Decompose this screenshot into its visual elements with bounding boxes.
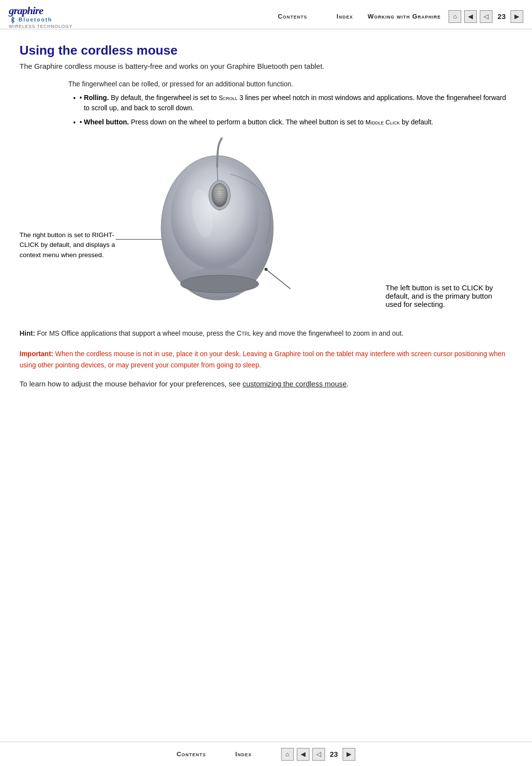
- footer-nav: Contents Index: [177, 750, 252, 758]
- bluetooth-icon: [9, 16, 17, 24]
- bullet-list: • Rolling. By default, the fingerwheel i…: [73, 93, 512, 128]
- learn-more-pre: To learn how to adjust the mouse behavio…: [20, 380, 243, 388]
- next-button[interactable]: ▶: [511, 10, 523, 23]
- footer: Contents Index ⌂ ◀ ◁ 23 ▶: [0, 742, 532, 766]
- nav-links: Contents Index: [278, 13, 353, 20]
- header-controls: Working with Graphire ⌂ ◀ ◁ 23 ▶: [368, 10, 523, 23]
- footer-prev-button[interactable]: ◀: [297, 748, 309, 761]
- page-subtitle: The Graphire cordless mouse is battery-f…: [20, 62, 512, 70]
- header-nav: Contents Index Working with Graphire ⌂ ◀…: [278, 10, 523, 23]
- list-item: • Wheel button. Press down on the wheel …: [73, 117, 512, 128]
- footer-next-button[interactable]: ▶: [343, 748, 355, 761]
- logo-sub: Bluetooth: [19, 17, 52, 22]
- working-title: Working with Graphire: [368, 13, 441, 20]
- wheel-text: Press down on the wheel to perform a but…: [131, 118, 433, 126]
- rolling-item: Rolling. By default, the fingerwheel is …: [84, 93, 512, 113]
- content-section: The fingerwheel can be rolled, or presse…: [68, 80, 512, 128]
- contents-link[interactable]: Contents: [278, 13, 307, 20]
- page-heading: Using the cordless mouse: [20, 43, 512, 58]
- footer-controls: ⌂ ◀ ◁ 23 ▶: [281, 748, 356, 761]
- rolling-text: By default, the fingerwheel is set to Sc…: [84, 94, 506, 112]
- hint-label: Hint:: [20, 329, 35, 337]
- mouse-label-right: The left button is set to CLICK by defau…: [386, 283, 503, 308]
- mouse-image: [117, 138, 298, 308]
- logo-tagline: WIRELESS TECHNOLOGY: [9, 24, 73, 29]
- footer-index-link[interactable]: Index: [235, 750, 252, 758]
- mouse-illustration-area: The right button is set to RIGHT-CLICK b…: [20, 138, 512, 313]
- learn-more-post: .: [347, 380, 348, 388]
- important-section: Important: When the cordless mouse is no…: [20, 348, 512, 370]
- logo-area: graphire Bluetooth WIRELESS TECHNOLOGY: [9, 4, 73, 29]
- learn-more: To learn how to adjust the mouse behavio…: [20, 378, 512, 390]
- svg-point-1: [171, 162, 259, 269]
- hint-text: For MS Office applications that support …: [35, 329, 404, 337]
- important-label: Important:: [20, 350, 53, 358]
- svg-point-12: [181, 275, 259, 293]
- prev-button[interactable]: ◀: [464, 10, 477, 23]
- learn-more-link[interactable]: customizing the cordless mouse: [243, 380, 347, 388]
- footer-home-button[interactable]: ⌂: [281, 748, 294, 761]
- wheel-item: Wheel button. Press down on the wheel to…: [84, 117, 433, 127]
- intro-text: The fingerwheel can be rolled, or presse…: [68, 80, 512, 88]
- page-number: 23: [495, 12, 508, 20]
- hint-section: Hint: For MS Office applications that su…: [20, 328, 512, 339]
- mouse-label-left: The right button is set to RIGHT-CLICK b…: [20, 230, 117, 260]
- rolling-label: Rolling.: [84, 94, 109, 101]
- home-button[interactable]: ⌂: [449, 10, 461, 23]
- mouse-svg-container: [117, 138, 298, 313]
- footer-prev2-button[interactable]: ◁: [312, 748, 325, 761]
- list-item: • Rolling. By default, the fingerwheel i…: [73, 93, 512, 113]
- main-content: Using the cordless mouse The Graphire co…: [0, 29, 532, 400]
- header: graphire Bluetooth WIRELESS TECHNOLOGY C…: [0, 0, 532, 29]
- index-link[interactable]: Index: [337, 13, 353, 20]
- prev2-button[interactable]: ◁: [480, 10, 492, 23]
- wheel-label: Wheel button.: [84, 118, 129, 126]
- svg-point-3: [212, 183, 227, 207]
- footer-contents-link[interactable]: Contents: [177, 750, 206, 758]
- svg-point-14: [265, 268, 267, 271]
- important-text: When the cordless mouse is not in use, p…: [20, 350, 505, 368]
- left-label-text: The right button is set to RIGHT-CLICK b…: [20, 231, 115, 259]
- footer-page-number: 23: [328, 750, 340, 758]
- svg-line-13: [266, 269, 290, 289]
- right-label-text: The left button is set to CLICK by defau…: [386, 283, 493, 308]
- logo-text: graphire: [9, 4, 43, 17]
